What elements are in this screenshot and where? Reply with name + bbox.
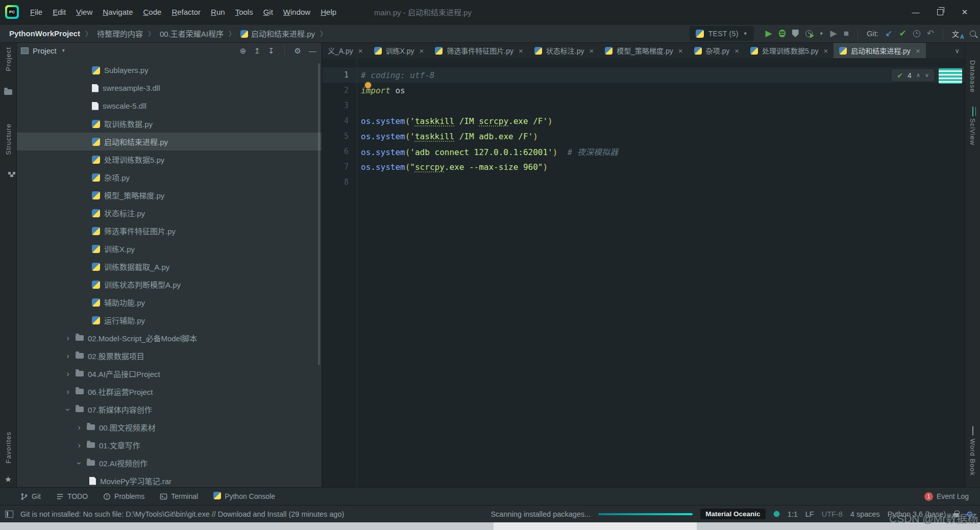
tree-row[interactable]: ›02.AI视频创作 — [17, 454, 322, 472]
line-number[interactable]: 8 — [322, 178, 357, 187]
editor-tab[interactable]: 筛选事件特征图片.py× — [429, 43, 528, 58]
menu-item-run[interactable]: Run — [206, 5, 230, 19]
line-number[interactable]: 1 — [322, 70, 357, 80]
locate-icon[interactable]: ⊕ — [240, 47, 247, 55]
tree-row[interactable]: 处理训练数据5.py — [17, 150, 322, 168]
run-button[interactable]: ▶ — [766, 29, 772, 38]
line-number[interactable]: 6 — [322, 147, 357, 156]
git-commit-icon[interactable]: ✔ — [899, 29, 906, 38]
tab-close-icon[interactable]: × — [823, 46, 828, 55]
tool-tab-database[interactable]: Database — [969, 60, 976, 93]
tree-row[interactable]: ›00.图文视频素材 — [17, 418, 322, 436]
tree-row[interactable]: 杂项.py — [17, 168, 322, 186]
line-separator[interactable]: LF — [805, 510, 814, 518]
search-icon[interactable] — [970, 31, 976, 37]
scrollbar-thumb[interactable] — [318, 63, 320, 365]
close-icon[interactable]: ✕ — [961, 8, 969, 17]
tree-row[interactable]: Sublayers.py — [17, 61, 322, 79]
star-icon[interactable]: ★ — [5, 474, 12, 484]
restore-icon[interactable] — [937, 9, 943, 15]
line-number[interactable]: 4 — [322, 116, 357, 125]
git-update-icon[interactable]: ↙ — [885, 29, 892, 38]
minimize-icon[interactable]: — — [912, 8, 920, 16]
tab-close-icon[interactable]: × — [358, 46, 363, 55]
prev-problem-icon[interactable]: ∧ — [916, 72, 920, 79]
tool-tab-sciview[interactable]: SciView — [969, 118, 976, 145]
tree-row[interactable]: swscale-5.dll — [17, 97, 322, 115]
breadcrumb-item[interactable]: PythonWorkProject — [9, 29, 80, 38]
collapse-all-icon[interactable]: ↧ — [268, 47, 275, 55]
line-number[interactable]: 3 — [322, 101, 357, 110]
sciview-icon[interactable] — [972, 107, 973, 116]
tree-row[interactable]: 训练X.py — [17, 240, 322, 258]
toolwindow-toggle-icon[interactable] — [5, 511, 13, 518]
editor-tab[interactable]: 训练X.py× — [369, 43, 430, 58]
tool-window-button-problems[interactable]: Problems — [103, 492, 144, 500]
chevron-collapsed-icon[interactable]: › — [75, 440, 83, 450]
hide-panel-icon[interactable]: — — [309, 47, 316, 55]
tree-row[interactable]: 模型_策略梯度.py — [17, 186, 322, 204]
menu-item-file[interactable]: File — [25, 5, 47, 19]
tab-close-icon[interactable]: × — [734, 46, 739, 55]
menu-item-navigate[interactable]: Navigate — [97, 5, 138, 19]
translate-icon[interactable]: 文A — [952, 29, 963, 39]
chevron-expanded-icon[interactable]: › — [63, 406, 73, 414]
breadcrumb-item[interactable]: 待整理的内容 — [97, 28, 143, 39]
tree-row[interactable]: ›04.AI产品接口Project — [17, 365, 322, 383]
project-folder-icon[interactable] — [4, 88, 12, 97]
editor-tab[interactable]: 杂项.py× — [689, 43, 745, 58]
chevron-expanded-icon[interactable]: › — [74, 459, 84, 467]
tab-close-icon[interactable]: × — [916, 46, 920, 55]
chevron-collapsed-icon[interactable]: › — [75, 422, 83, 433]
next-problem-icon[interactable]: ∨ — [925, 72, 929, 79]
expand-all-icon[interactable]: ↥ — [254, 47, 260, 55]
theme-badge[interactable]: Material Oceanic — [700, 509, 765, 519]
breadcrumb-item[interactable]: 启动和结束进程.py — [240, 28, 315, 39]
tree-row[interactable]: 辅助功能.py — [17, 293, 322, 311]
menu-item-help[interactable]: Help — [315, 5, 341, 19]
editor-tab[interactable]: 启动和结束进程.py× — [834, 43, 925, 58]
menu-item-view[interactable]: View — [71, 5, 97, 19]
tree-row[interactable]: 筛选事件特征图片.py — [17, 222, 322, 240]
inspections-widget[interactable]: ✔ 4 ∧ ∨ — [891, 68, 935, 82]
caret-position[interactable]: 1:1 — [788, 510, 798, 518]
menu-item-edit[interactable]: Edit — [47, 5, 71, 19]
tree-row[interactable]: ›01.文章写作 — [17, 436, 322, 454]
theme-color-dot[interactable] — [773, 511, 780, 517]
tree-row[interactable]: MoviePy学习笔记.rar — [17, 472, 322, 487]
profiler-button[interactable] — [805, 30, 813, 37]
editor-tab[interactable]: 处理训练数据5.py× — [745, 43, 834, 58]
menu-item-git[interactable]: Git — [258, 5, 278, 19]
editor-tab[interactable]: 状态标注.py× — [529, 43, 599, 58]
tree-row[interactable]: ›02.Model-Script_必备Model脚本 — [17, 329, 322, 347]
tool-tab-wordbook[interactable]: Word Book — [969, 439, 976, 476]
debug-button[interactable] — [779, 30, 786, 37]
tool-window-button-terminal[interactable]: Terminal — [160, 492, 198, 500]
tree-row[interactable]: ›07.新媒体内容创作 — [17, 400, 322, 418]
chevron-collapsed-icon[interactable]: › — [64, 369, 72, 379]
tree-row[interactable]: 训练状态判断模型A.py — [17, 275, 322, 293]
history-icon[interactable] — [913, 30, 920, 37]
chevron-collapsed-icon[interactable]: › — [64, 351, 72, 361]
chevron-collapsed-icon[interactable]: › — [64, 387, 72, 397]
tool-tab-project[interactable]: Project — [5, 47, 12, 71]
tool-tab-structure[interactable]: Structure — [5, 123, 12, 155]
tree-row[interactable]: ›02.股票数据项目 — [17, 347, 322, 365]
editor-tab[interactable]: 义_A.py× — [322, 43, 369, 58]
gear-icon[interactable]: ⚙ — [295, 47, 301, 55]
tab-close-icon[interactable]: × — [519, 46, 523, 55]
tab-close-icon[interactable]: × — [678, 46, 683, 55]
tree-row[interactable]: 状态标注.py — [17, 204, 322, 222]
tab-close-icon[interactable]: × — [420, 46, 424, 55]
stop-button[interactable]: ■ — [844, 29, 849, 38]
profiler-dropdown-icon[interactable]: ▼ — [819, 31, 824, 36]
tabs-dropdown-icon[interactable]: ∨ — [949, 43, 965, 58]
line-number[interactable]: 7 — [322, 162, 357, 171]
tool-window-button-git[interactable]: Git — [20, 492, 41, 500]
coverage-button[interactable] — [792, 30, 799, 37]
tool-window-button-todo[interactable]: TODO — [56, 492, 88, 500]
line-number[interactable]: 5 — [322, 132, 357, 141]
chevron-collapsed-icon[interactable]: › — [64, 333, 72, 343]
indent-style[interactable]: 4 spaces — [850, 510, 880, 518]
tab-close-icon[interactable]: × — [590, 46, 594, 55]
